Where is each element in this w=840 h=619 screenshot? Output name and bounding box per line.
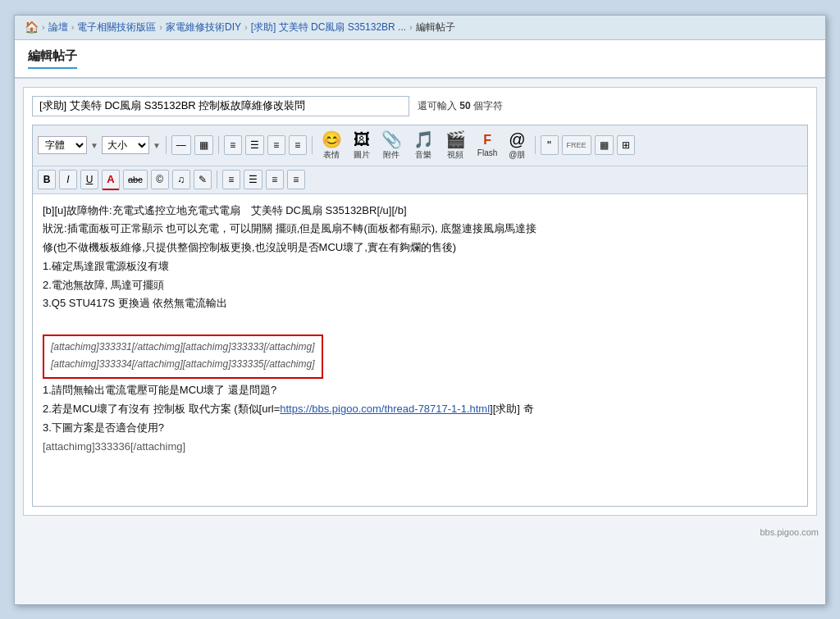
align-justify-btn[interactable]: ≡ <box>289 135 307 155</box>
char-count: 還可輸入 50 個字符 <box>418 99 503 113</box>
flash-btn[interactable]: F Flash <box>473 131 501 159</box>
video-label: 視頻 <box>447 149 463 161</box>
hr-btn[interactable]: — <box>171 135 191 155</box>
edit-btn[interactable]: ✎ <box>194 170 212 189</box>
home-icon[interactable]: 🏠 <box>25 20 39 34</box>
attach-tag-1: [attachimg]333333[/attachimg] <box>183 341 315 353</box>
free-btn[interactable]: FREE <box>562 135 591 155</box>
attach-line-2: [attachimg]333336[/attachimg] <box>43 439 797 456</box>
divider-4 <box>535 136 536 154</box>
page-title: 編輯帖子 <box>28 48 77 69</box>
breadcrumb-diy[interactable]: 家電維修技術DIY <box>166 20 241 34</box>
music-btn[interactable]: 🎵 音樂 <box>409 129 438 162</box>
page-header: 編輯帖子 <box>15 40 825 79</box>
music-label: 音樂 <box>415 149 431 161</box>
align-left-btn[interactable]: ≡ <box>224 135 242 155</box>
strikethrough-btn[interactable]: abc <box>123 170 148 189</box>
font-select[interactable]: 字體 <box>38 136 87 154</box>
url-link[interactable]: https://bbs.pigoo.com/thread-78717-1-1.h… <box>280 403 490 415</box>
editor-line-1: 狀況:插電面板可正常顯示 也可以充電，可以開關 擺頭,但是風扇不轉(面板都有顯示… <box>43 221 797 238</box>
editor-line-6: 1.請問無輸出電流電壓可能是MCU壞了 還是問題? <box>43 382 797 399</box>
table-btn[interactable]: ▦ <box>194 135 213 155</box>
attach-tag-0: [attachimg]333331[/attachimg] <box>51 341 183 353</box>
attach-tag-3: [attachimg]333335[/attachimg] <box>183 358 315 370</box>
video-icon: 🎬 <box>445 130 466 148</box>
align-center-btn[interactable]: ☰ <box>245 135 264 155</box>
editor-area: 字體 ▼ 大小 ▼ — ▦ ≡ ☰ ≡ ≡ 😊 表情 <box>32 125 808 507</box>
editor-body[interactable]: [b][u]故障物件:充電式遙控立地充電式電扇 艾美特 DC風扇 S35132B… <box>33 194 807 506</box>
main-window: 🏠 › 論壇 › 電子相關技術版區 › 家電維修技術DIY › [求助] 艾美特… <box>14 15 826 605</box>
at-btn[interactable]: @ @朋 <box>504 129 529 162</box>
content-area: 還可輸入 50 個字符 字體 ▼ 大小 ▼ — ▦ ≡ <box>23 87 817 516</box>
emoji-icon: 😊 <box>322 130 342 148</box>
dropdown-arrow-font: ▼ <box>90 141 98 150</box>
breadcrumb: 🏠 › 論壇 › 電子相關技術版區 › 家電維修技術DIY › [求助] 艾美特… <box>15 16 825 40</box>
attach-label: 附件 <box>383 149 399 161</box>
list-ol-btn[interactable]: ≡ <box>287 170 305 189</box>
dropdown-arrow-size: ▼ <box>153 141 161 150</box>
music2-btn[interactable]: ♫ <box>172 170 190 189</box>
size-select[interactable]: 大小 <box>102 136 149 154</box>
emoji-btn[interactable]: 😊 表情 <box>317 129 346 162</box>
breadcrumb-tech[interactable]: 電子相關技術版區 <box>77 20 156 34</box>
attach-tag-4: [attachimg]333336[/attachimg] <box>43 440 185 453</box>
align-right-btn[interactable]: ≡ <box>267 135 285 155</box>
editor-line-0: [b][u]故障物件:充電式遙控立地充電式電扇 艾美特 DC風扇 S35132B… <box>43 203 797 220</box>
emoji-label: 表情 <box>323 149 340 161</box>
image-btn[interactable]: 🖼 圖片 <box>349 129 374 162</box>
special-char-btn[interactable]: © <box>151 170 169 189</box>
divider-5 <box>217 171 217 189</box>
at-icon: @ <box>509 130 525 148</box>
toolbar-row1: 字體 ▼ 大小 ▼ — ▦ ≡ ☰ ≡ ≡ 😊 表情 <box>33 125 807 166</box>
attach-tag-2: [attachimg]333334[/attachimg] <box>51 358 183 370</box>
subject-input[interactable] <box>32 96 409 116</box>
breadcrumb-thread[interactable]: [求助] 艾美特 DC風扇 S35132BR ... <box>251 20 406 34</box>
attach-line-1: [attachimg]333334[/attachimg][attachimg]… <box>51 357 315 372</box>
watermark: bbs.pigoo.com <box>15 524 825 540</box>
subject-row: 還可輸入 50 個字符 <box>32 96 808 116</box>
attach-icon: 📎 <box>381 130 402 148</box>
flash-label: Flash <box>477 148 497 157</box>
align-center2-btn[interactable]: ☰ <box>244 170 262 189</box>
video-btn[interactable]: 🎬 視頻 <box>441 129 470 162</box>
attach-btn[interactable]: 📎 附件 <box>377 129 406 162</box>
divider-2 <box>218 136 219 154</box>
underline-btn[interactable]: U <box>80 170 98 189</box>
attach-line-0: [attachimg]333331[/attachimg][attachimg]… <box>51 339 315 355</box>
list-ul-btn[interactable]: ≡ <box>266 170 284 189</box>
editor-line-3: 1.確定馬達跟電源板沒有壞 <box>43 258 797 275</box>
editor-line-2: 修(也不做機板板維修,只提供整個控制板更換,也沒說明是否MCU壞了,實在有夠爛的… <box>43 239 797 257</box>
breadcrumb-current: 編輯帖子 <box>416 20 455 34</box>
text-color-btn[interactable]: A <box>102 170 120 190</box>
grid-btn[interactable]: ▦ <box>595 135 614 155</box>
music-icon: 🎵 <box>413 130 434 148</box>
image-icon: 🖼 <box>354 130 370 148</box>
window-btn[interactable]: ⊞ <box>617 135 635 155</box>
attach-group-1: [attachimg]333331[/attachimg][attachimg]… <box>43 335 323 379</box>
editor-line-5: 3.Q5 STU417S 更換過 依然無電流輸出 <box>43 295 797 312</box>
editor-line-8: 3.下圖方案是否適合使用? <box>43 420 797 437</box>
toolbar-row2: B I U A abc © ♫ ✎ ≡ ☰ ≡ ≡ <box>33 166 807 194</box>
editor-line-7: 2.若是MCU壞了有沒有 控制板 取代方案 (類似[url=https://bb… <box>43 401 797 418</box>
quote-btn[interactable]: " <box>541 135 559 155</box>
align-left2-btn[interactable]: ≡ <box>222 170 240 189</box>
divider-1 <box>166 136 167 154</box>
breadcrumb-forum[interactable]: 論壇 <box>48 20 68 34</box>
divider-3 <box>312 136 313 154</box>
italic-btn[interactable]: I <box>59 170 77 189</box>
bold-btn[interactable]: B <box>38 170 56 189</box>
editor-line-4: 2.電池無故障, 馬達可擺頭 <box>43 277 797 294</box>
image-label: 圖片 <box>354 149 370 161</box>
at-label: @朋 <box>509 149 525 161</box>
breadcrumb-sep-0: › <box>42 22 45 32</box>
flash-icon: F <box>483 133 491 148</box>
